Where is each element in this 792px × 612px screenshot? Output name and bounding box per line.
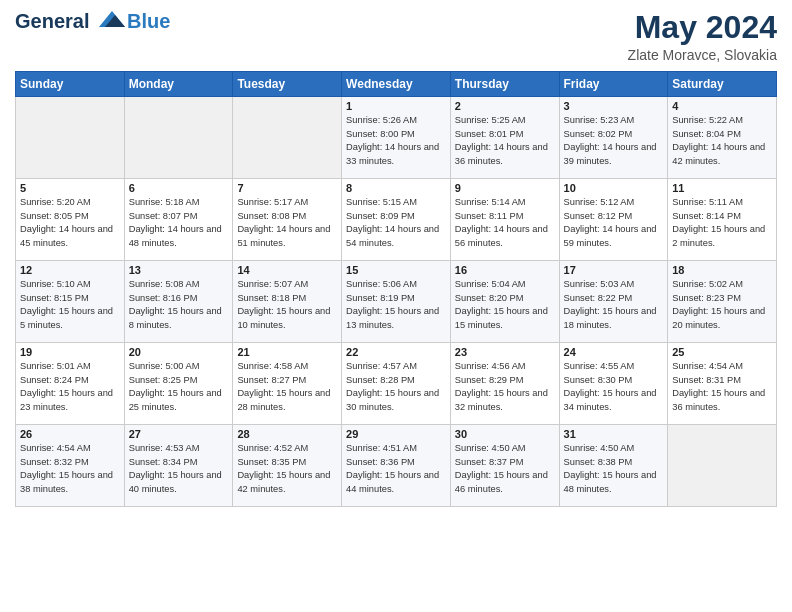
- logo-blue: Blue: [127, 10, 170, 32]
- day-info: Sunrise: 4:54 AM Sunset: 8:32 PM Dayligh…: [20, 442, 120, 496]
- calendar-cell: 17Sunrise: 5:03 AM Sunset: 8:22 PM Dayli…: [559, 261, 668, 343]
- day-info: Sunrise: 4:57 AM Sunset: 8:28 PM Dayligh…: [346, 360, 446, 414]
- logo-general: General: [15, 10, 89, 32]
- day-number: 24: [564, 346, 664, 358]
- calendar-header: Sunday Monday Tuesday Wednesday Thursday…: [16, 72, 777, 97]
- day-number: 13: [129, 264, 229, 276]
- day-info: Sunrise: 4:58 AM Sunset: 8:27 PM Dayligh…: [237, 360, 337, 414]
- day-info: Sunrise: 5:20 AM Sunset: 8:05 PM Dayligh…: [20, 196, 120, 250]
- day-number: 21: [237, 346, 337, 358]
- title-area: May 2024 Zlate Moravce, Slovakia: [628, 10, 777, 63]
- calendar-cell: 24Sunrise: 4:55 AM Sunset: 8:30 PM Dayli…: [559, 343, 668, 425]
- calendar-cell: [124, 97, 233, 179]
- page-container: General Blue May 2024 Zlate Moravce, Slo…: [0, 0, 792, 512]
- day-number: 6: [129, 182, 229, 194]
- header: General Blue May 2024 Zlate Moravce, Slo…: [15, 10, 777, 63]
- day-number: 31: [564, 428, 664, 440]
- weekday-row: Sunday Monday Tuesday Wednesday Thursday…: [16, 72, 777, 97]
- day-number: 22: [346, 346, 446, 358]
- day-number: 23: [455, 346, 555, 358]
- calendar-cell: 28Sunrise: 4:52 AM Sunset: 8:35 PM Dayli…: [233, 425, 342, 507]
- day-info: Sunrise: 4:54 AM Sunset: 8:31 PM Dayligh…: [672, 360, 772, 414]
- weekday-monday: Monday: [124, 72, 233, 97]
- calendar-cell: 14Sunrise: 5:07 AM Sunset: 8:18 PM Dayli…: [233, 261, 342, 343]
- calendar-table: Sunday Monday Tuesday Wednesday Thursday…: [15, 71, 777, 507]
- day-info: Sunrise: 5:06 AM Sunset: 8:19 PM Dayligh…: [346, 278, 446, 332]
- weekday-saturday: Saturday: [668, 72, 777, 97]
- day-info: Sunrise: 5:22 AM Sunset: 8:04 PM Dayligh…: [672, 114, 772, 168]
- day-info: Sunrise: 5:17 AM Sunset: 8:08 PM Dayligh…: [237, 196, 337, 250]
- calendar-cell: 21Sunrise: 4:58 AM Sunset: 8:27 PM Dayli…: [233, 343, 342, 425]
- day-info: Sunrise: 4:52 AM Sunset: 8:35 PM Dayligh…: [237, 442, 337, 496]
- calendar-cell: 4Sunrise: 5:22 AM Sunset: 8:04 PM Daylig…: [668, 97, 777, 179]
- day-info: Sunrise: 5:07 AM Sunset: 8:18 PM Dayligh…: [237, 278, 337, 332]
- calendar-cell: 15Sunrise: 5:06 AM Sunset: 8:19 PM Dayli…: [342, 261, 451, 343]
- day-info: Sunrise: 5:25 AM Sunset: 8:01 PM Dayligh…: [455, 114, 555, 168]
- day-number: 18: [672, 264, 772, 276]
- calendar-cell: 31Sunrise: 4:50 AM Sunset: 8:38 PM Dayli…: [559, 425, 668, 507]
- calendar-week-3: 12Sunrise: 5:10 AM Sunset: 8:15 PM Dayli…: [16, 261, 777, 343]
- day-info: Sunrise: 5:26 AM Sunset: 8:00 PM Dayligh…: [346, 114, 446, 168]
- calendar-cell: 2Sunrise: 5:25 AM Sunset: 8:01 PM Daylig…: [450, 97, 559, 179]
- day-info: Sunrise: 5:15 AM Sunset: 8:09 PM Dayligh…: [346, 196, 446, 250]
- calendar-cell: 8Sunrise: 5:15 AM Sunset: 8:09 PM Daylig…: [342, 179, 451, 261]
- calendar-cell: [668, 425, 777, 507]
- day-number: 20: [129, 346, 229, 358]
- day-number: 8: [346, 182, 446, 194]
- day-info: Sunrise: 5:12 AM Sunset: 8:12 PM Dayligh…: [564, 196, 664, 250]
- calendar-cell: 6Sunrise: 5:18 AM Sunset: 8:07 PM Daylig…: [124, 179, 233, 261]
- calendar-cell: 22Sunrise: 4:57 AM Sunset: 8:28 PM Dayli…: [342, 343, 451, 425]
- day-info: Sunrise: 5:00 AM Sunset: 8:25 PM Dayligh…: [129, 360, 229, 414]
- calendar-cell: 10Sunrise: 5:12 AM Sunset: 8:12 PM Dayli…: [559, 179, 668, 261]
- calendar-cell: 12Sunrise: 5:10 AM Sunset: 8:15 PM Dayli…: [16, 261, 125, 343]
- day-info: Sunrise: 5:10 AM Sunset: 8:15 PM Dayligh…: [20, 278, 120, 332]
- day-number: 2: [455, 100, 555, 112]
- calendar-cell: 19Sunrise: 5:01 AM Sunset: 8:24 PM Dayli…: [16, 343, 125, 425]
- calendar-cell: 7Sunrise: 5:17 AM Sunset: 8:08 PM Daylig…: [233, 179, 342, 261]
- calendar-cell: [233, 97, 342, 179]
- calendar-week-2: 5Sunrise: 5:20 AM Sunset: 8:05 PM Daylig…: [16, 179, 777, 261]
- calendar-cell: 26Sunrise: 4:54 AM Sunset: 8:32 PM Dayli…: [16, 425, 125, 507]
- weekday-tuesday: Tuesday: [233, 72, 342, 97]
- day-info: Sunrise: 4:50 AM Sunset: 8:37 PM Dayligh…: [455, 442, 555, 496]
- weekday-friday: Friday: [559, 72, 668, 97]
- day-number: 28: [237, 428, 337, 440]
- day-number: 10: [564, 182, 664, 194]
- weekday-sunday: Sunday: [16, 72, 125, 97]
- day-number: 14: [237, 264, 337, 276]
- calendar-cell: [16, 97, 125, 179]
- day-number: 15: [346, 264, 446, 276]
- day-number: 25: [672, 346, 772, 358]
- day-number: 4: [672, 100, 772, 112]
- location: Zlate Moravce, Slovakia: [628, 47, 777, 63]
- day-info: Sunrise: 5:08 AM Sunset: 8:16 PM Dayligh…: [129, 278, 229, 332]
- day-info: Sunrise: 4:55 AM Sunset: 8:30 PM Dayligh…: [564, 360, 664, 414]
- day-number: 5: [20, 182, 120, 194]
- day-number: 29: [346, 428, 446, 440]
- calendar-cell: 25Sunrise: 4:54 AM Sunset: 8:31 PM Dayli…: [668, 343, 777, 425]
- day-number: 26: [20, 428, 120, 440]
- day-number: 7: [237, 182, 337, 194]
- calendar-body: 1Sunrise: 5:26 AM Sunset: 8:00 PM Daylig…: [16, 97, 777, 507]
- calendar-week-1: 1Sunrise: 5:26 AM Sunset: 8:00 PM Daylig…: [16, 97, 777, 179]
- calendar-week-4: 19Sunrise: 5:01 AM Sunset: 8:24 PM Dayli…: [16, 343, 777, 425]
- day-number: 11: [672, 182, 772, 194]
- calendar-cell: 3Sunrise: 5:23 AM Sunset: 8:02 PM Daylig…: [559, 97, 668, 179]
- weekday-thursday: Thursday: [450, 72, 559, 97]
- calendar-cell: 27Sunrise: 4:53 AM Sunset: 8:34 PM Dayli…: [124, 425, 233, 507]
- day-info: Sunrise: 5:01 AM Sunset: 8:24 PM Dayligh…: [20, 360, 120, 414]
- calendar-cell: 23Sunrise: 4:56 AM Sunset: 8:29 PM Dayli…: [450, 343, 559, 425]
- day-info: Sunrise: 5:04 AM Sunset: 8:20 PM Dayligh…: [455, 278, 555, 332]
- calendar-week-5: 26Sunrise: 4:54 AM Sunset: 8:32 PM Dayli…: [16, 425, 777, 507]
- day-number: 12: [20, 264, 120, 276]
- day-number: 3: [564, 100, 664, 112]
- logo: General Blue: [15, 10, 170, 35]
- day-info: Sunrise: 5:18 AM Sunset: 8:07 PM Dayligh…: [129, 196, 229, 250]
- day-info: Sunrise: 4:53 AM Sunset: 8:34 PM Dayligh…: [129, 442, 229, 496]
- calendar-cell: 9Sunrise: 5:14 AM Sunset: 8:11 PM Daylig…: [450, 179, 559, 261]
- calendar-cell: 29Sunrise: 4:51 AM Sunset: 8:36 PM Dayli…: [342, 425, 451, 507]
- calendar-cell: 11Sunrise: 5:11 AM Sunset: 8:14 PM Dayli…: [668, 179, 777, 261]
- day-number: 9: [455, 182, 555, 194]
- calendar-cell: 16Sunrise: 5:04 AM Sunset: 8:20 PM Dayli…: [450, 261, 559, 343]
- calendar-cell: 20Sunrise: 5:00 AM Sunset: 8:25 PM Dayli…: [124, 343, 233, 425]
